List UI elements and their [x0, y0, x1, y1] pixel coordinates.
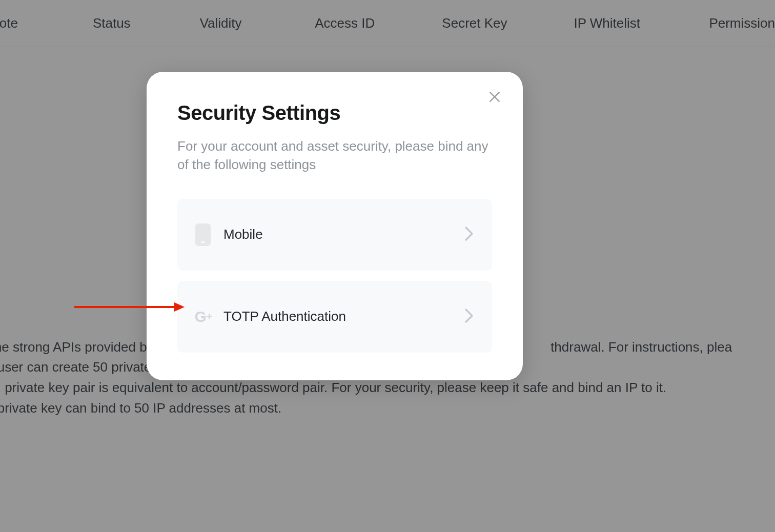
option-mobile-label: Mobile [223, 227, 464, 242]
option-mobile[interactable]: Mobile [177, 199, 492, 271]
close-icon [488, 96, 501, 105]
security-settings-modal: Security Settings For your account and a… [147, 72, 523, 380]
google-plus-icon: G+ [192, 305, 214, 328]
option-totp-label: TOTP Authentication [223, 309, 464, 324]
modal-subtitle: For your account and asset security, ple… [177, 137, 492, 174]
close-button[interactable] [488, 90, 501, 106]
modal-title: Security Settings [177, 101, 492, 125]
chevron-right-icon [464, 226, 474, 243]
option-totp[interactable]: G+ TOTP Authentication [177, 281, 492, 353]
mobile-phone-icon [192, 223, 214, 246]
chevron-right-icon [464, 308, 474, 325]
